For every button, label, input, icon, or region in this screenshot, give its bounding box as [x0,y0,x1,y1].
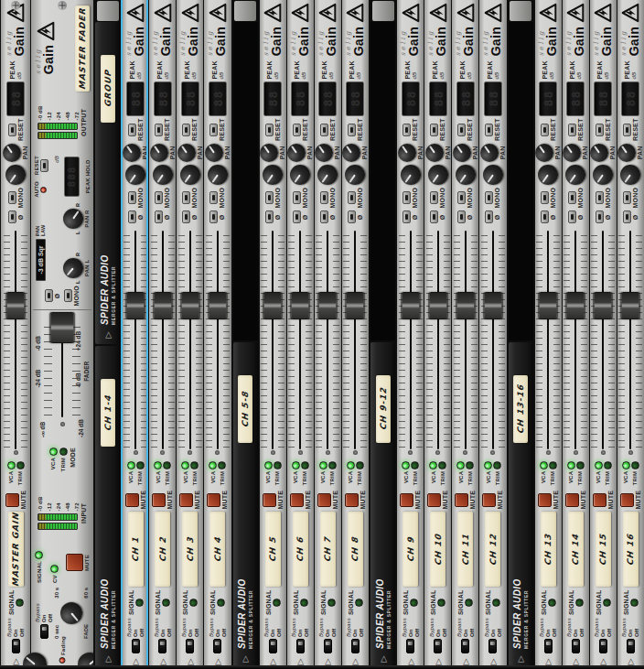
fold-arrow-icon[interactable]: ▷ [406,656,415,667]
mono-button[interactable] [568,191,576,204]
fader-handle[interactable] [126,292,145,319]
reset-button[interactable] [596,124,604,136]
mono-button[interactable] [596,191,604,204]
gain-knob[interactable] [5,165,26,185]
gain-knob[interactable] [290,165,310,185]
bypass-switch[interactable] [461,639,469,653]
fold-arrow-icon[interactable]: ▷ [268,656,277,667]
reset-button[interactable] [293,124,301,136]
tape-label-strip[interactable]: MASTER FADER [75,5,90,92]
pan-knob[interactable] [563,144,581,162]
fold-arrow-icon[interactable]: ▷ [241,653,250,664]
pan-knob[interactable] [123,144,141,162]
mono-button[interactable] [402,191,411,204]
reset-button[interactable] [155,124,163,136]
channel-fader[interactable] [151,230,175,456]
phase-button[interactable] [596,211,604,224]
bypass-switch[interactable] [213,639,221,653]
phase-button[interactable] [293,211,301,224]
tape-label-strip[interactable]: CH 13 [541,512,556,587]
reset-button[interactable] [457,124,466,136]
corner-knob-top[interactable] [23,653,47,669]
fader-handle[interactable] [263,292,283,319]
pan-knob[interactable] [398,144,416,162]
pan-knob[interactable] [3,144,21,162]
phase-button[interactable] [8,211,16,224]
mono-button[interactable] [265,191,274,204]
mute-button[interactable] [290,493,304,507]
pan-knob[interactable] [425,144,444,162]
tape-label-strip[interactable]: CH 15 [596,512,611,587]
fader-handle[interactable] [153,292,172,319]
reset-button[interactable] [209,124,218,136]
fold-arrow-icon[interactable]: ▷ [488,656,498,667]
fold-arrow-icon[interactable]: ▷ [11,656,20,667]
bypass-switch[interactable] [158,639,166,653]
tape-label-strip[interactable]: CH 10 [430,512,445,587]
phase-button[interactable] [128,211,136,224]
bypass-switch[interactable] [406,639,414,653]
pan-knob[interactable] [617,144,636,162]
channel-fader[interactable] [4,230,27,456]
mono-button[interactable] [623,191,631,204]
phase-button[interactable] [568,211,576,224]
gain-knob[interactable] [180,165,200,185]
gain-knob[interactable] [565,165,585,185]
mono-button[interactable] [155,191,163,204]
bypass-switch[interactable] [351,639,360,653]
gain-knob[interactable] [620,165,640,185]
fader-handle[interactable] [566,292,585,319]
mute-button[interactable] [317,493,331,507]
mute-button[interactable] [207,493,220,507]
mono-button[interactable] [64,289,72,302]
mono-button[interactable] [128,191,136,204]
pan-knob[interactable] [150,144,168,162]
reset-button[interactable] [541,124,549,136]
phase-button[interactable] [485,211,493,224]
pan-knob[interactable] [260,144,278,162]
pan-knob[interactable] [342,144,360,162]
mute-button[interactable] [620,493,634,507]
tape-label-strip[interactable]: CH 9-12 [376,375,391,443]
pan-knob[interactable] [315,144,333,162]
reset-button[interactable] [623,124,631,136]
mono-button[interactable] [348,191,356,204]
pan-knob[interactable] [205,144,223,162]
channel-fader[interactable] [343,230,367,456]
phase-button[interactable] [155,211,163,224]
gain-knob[interactable] [483,165,503,185]
pan-knob[interactable] [453,144,471,162]
reset-button[interactable] [430,124,438,136]
bypass-switch[interactable] [488,639,497,653]
mute-button[interactable] [152,493,166,507]
tape-label-strip[interactable]: MASTER GAIN [8,512,24,587]
tape-label-strip[interactable]: CH 5 [265,512,281,587]
pan-knob[interactable] [177,144,196,162]
reset-button[interactable] [320,124,328,136]
tape-label-strip[interactable]: CH 14 [568,512,584,587]
reset-switch[interactable] [40,159,48,172]
bypass-switch[interactable] [12,639,20,653]
phase-button[interactable] [348,211,356,224]
phase-button[interactable] [265,211,274,224]
fold-arrow-icon[interactable]: ▷ [323,656,332,667]
mono-button[interactable] [485,191,493,204]
gain-knob[interactable] [593,165,613,185]
fader-handle[interactable] [6,292,26,319]
fold-arrow-icon[interactable]: ▷ [295,656,305,667]
pan-knob[interactable] [535,144,553,162]
bypass-switch[interactable] [296,639,305,653]
fold-arrow-icon[interactable]: ▷ [598,656,607,667]
channel-fader[interactable] [178,230,202,456]
gain-knob[interactable] [125,165,145,185]
channel-fader[interactable] [454,230,478,456]
tape-label-strip[interactable]: CH 11 [457,512,473,587]
gain-knob[interactable] [401,165,421,185]
reset-button[interactable] [182,124,190,136]
phase-button[interactable] [457,211,466,224]
bypass-switch[interactable] [572,639,580,653]
tape-label-strip[interactable]: CH 3 [182,512,198,587]
mute-button[interactable] [482,493,496,507]
channel-fader[interactable] [536,230,560,456]
tape-label-strip[interactable]: CH 7 [320,512,336,587]
